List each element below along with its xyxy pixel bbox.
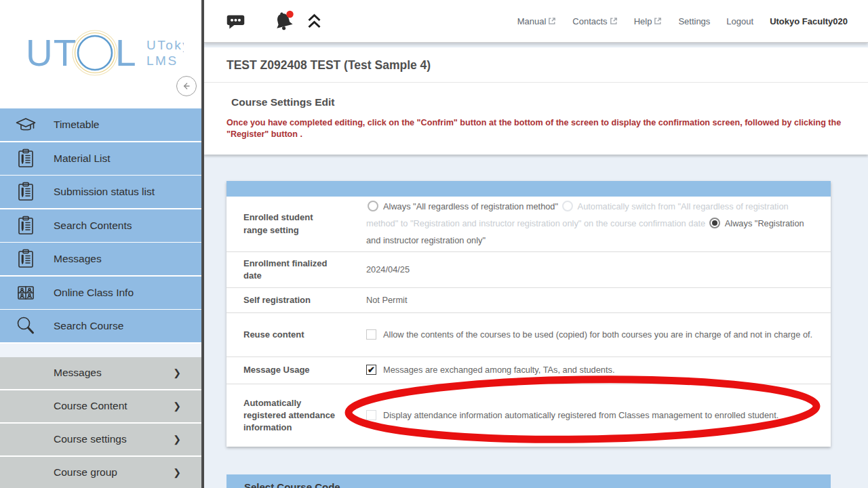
- sidebar-divider: [201, 0, 204, 488]
- course-title: TEST Z092408 TEST (Test Sample 4): [204, 47, 868, 83]
- row-label: Automatically registered attendance info…: [243, 397, 338, 434]
- svg-text:UT: UT: [26, 32, 77, 74]
- next-section-title: Select Course Code: [244, 481, 340, 488]
- row-content: Allow the contents of the courses to be …: [366, 328, 817, 342]
- username: Utokyo Faculty020: [770, 16, 848, 26]
- row-content: Always "All regardless of registration m…: [366, 199, 817, 249]
- settings-link[interactable]: Settings: [678, 16, 710, 26]
- sidebar-item-label: Messages: [54, 367, 102, 379]
- sidebar-item-label: Timetable: [54, 119, 99, 131]
- collapse-double-chevron-icon[interactable]: [306, 12, 323, 30]
- notification-bell-icon[interactable]: [272, 9, 296, 33]
- next-section-header: Select Course Code: [226, 474, 831, 488]
- clipboard-icon: [13, 147, 39, 170]
- sidebar-item-material-list[interactable]: Material List: [0, 142, 201, 175]
- row-value: 2024/04/25: [366, 263, 817, 277]
- clipboard-icon: [13, 180, 39, 203]
- sidebar-item-label: Online Class Info: [54, 287, 134, 299]
- sidebar-item-course-group[interactable]: Course group ❯: [0, 457, 201, 488]
- sidebar-item-label: Submission status list: [54, 186, 155, 198]
- logo-area: UT L UTokyo LMS: [0, 0, 201, 108]
- link-label: Settings: [678, 16, 710, 26]
- row-label: Message Usage: [243, 364, 338, 376]
- sidebar-item-submission-status-list[interactable]: Submission status list: [0, 176, 201, 208]
- checkbox-label: Messages are exchanged among faculty, TA…: [383, 365, 614, 375]
- settings-table-header: [226, 181, 831, 197]
- row-value: Not Permit: [366, 293, 817, 307]
- row-label: Enrollment finalized date: [243, 258, 338, 282]
- row-label: Self registration: [243, 294, 338, 306]
- sidebar-item-label: Search Course: [54, 320, 123, 332]
- external-link-icon: [654, 17, 662, 25]
- topbar: Manual Contacts Help Settings Logout Uto…: [204, 0, 868, 43]
- reuse-content-checkbox[interactable]: [366, 329, 376, 340]
- logo-subtitle-2: LMS: [146, 54, 178, 68]
- svg-text:L: L: [115, 32, 136, 74]
- sidebar-item-label: Messages: [54, 253, 102, 265]
- sidebar: UT L UTokyo LMS Timetable Material List: [0, 0, 201, 488]
- row-label: Reuse content: [243, 329, 338, 341]
- radio-option-label: Always "All regardless of registration m…: [383, 201, 558, 211]
- main-area: Manual Contacts Help Settings Logout Uto…: [204, 0, 868, 488]
- sidebar-collapse-button[interactable]: [176, 76, 197, 96]
- chevron-right-icon: ❯: [173, 467, 181, 478]
- row-self-registration: Self registration Not Permit: [226, 288, 831, 313]
- sidebar-item-search-contents[interactable]: Search Contents: [0, 209, 201, 242]
- sidebar-section-gap: [0, 344, 201, 357]
- logo-subtitle-1: UTokyo: [146, 38, 184, 52]
- link-label: Logout: [726, 16, 753, 26]
- sidebar-item-search-course[interactable]: Search Course: [0, 310, 201, 342]
- sidebar-item-label: Course group: [54, 466, 117, 479]
- sidebar-item-label: Search Contents: [54, 220, 132, 232]
- chevron-right-icon: ❯: [173, 434, 181, 445]
- radio-always-registration-selected[interactable]: [709, 218, 720, 228]
- attendance-checkbox[interactable]: [366, 410, 376, 420]
- section-title: Course Settings Edit: [226, 96, 846, 108]
- sidebar-item-timetable[interactable]: Timetable: [0, 108, 201, 141]
- sidebar-item-course-content[interactable]: Course Content ❯: [0, 390, 201, 422]
- sidebar-menu: Timetable Material List Submission statu…: [0, 108, 201, 488]
- row-auto-attendance: Automatically registered attendance info…: [226, 384, 831, 447]
- radio-always-all-regardless[interactable]: [368, 201, 378, 211]
- external-link-icon: [610, 17, 618, 25]
- link-label: Contacts: [572, 16, 607, 26]
- topbar-links: Manual Contacts Help Settings Logout Uto…: [517, 16, 848, 26]
- chevron-right-icon: ❯: [173, 401, 181, 411]
- message-usage-checkbox[interactable]: [366, 365, 376, 375]
- help-link[interactable]: Help: [634, 16, 663, 26]
- row-enrolled-student-range: Enrolled student range setting Always "A…: [226, 197, 831, 252]
- utol-logo: UT L UTokyo LMS: [24, 24, 184, 80]
- external-link-icon: [548, 17, 556, 25]
- clipboard-icon: [13, 214, 39, 237]
- warning-text: Once you have completed editing, click o…: [226, 117, 846, 140]
- arrow-left-icon: [181, 81, 192, 92]
- sidebar-item-label: Course Content: [54, 400, 127, 412]
- page-header-block: TEST Z092408 TEST (Test Sample 4) Course…: [204, 47, 868, 155]
- sidebar-item-label: Material List: [54, 152, 111, 165]
- sidebar-item-messages-group[interactable]: Messages ❯: [0, 357, 201, 389]
- row-reuse-content: Reuse content Allow the contents of the …: [226, 313, 831, 357]
- sidebar-item-course-settings[interactable]: Course settings ❯: [0, 424, 201, 455]
- chevron-right-icon: ❯: [173, 367, 181, 378]
- link-label: Help: [634, 16, 652, 26]
- row-enrollment-finalized-date: Enrollment finalized date 2024/04/25: [226, 252, 831, 288]
- sidebar-item-messages[interactable]: Messages: [0, 243, 201, 275]
- search-icon: [13, 314, 39, 338]
- checkbox-label: Display attendance information automatic…: [383, 410, 778, 420]
- notification-badge: [286, 11, 293, 18]
- people-grid-icon: [13, 281, 39, 304]
- settings-table: Enrolled student range setting Always "A…: [226, 181, 831, 447]
- checkbox-label: Allow the contents of the courses to be …: [383, 329, 812, 340]
- logout-link[interactable]: Logout: [726, 16, 753, 26]
- sidebar-item-label: Course settings: [54, 433, 127, 445]
- contacts-link[interactable]: Contacts: [572, 16, 617, 26]
- link-label: Manual: [517, 16, 547, 26]
- row-label: Enrolled student range setting: [243, 211, 338, 236]
- chat-icon[interactable]: [225, 11, 246, 32]
- row-content: Messages are exchanged among faculty, TA…: [366, 363, 817, 377]
- sidebar-item-online-class-info[interactable]: Online Class Info: [0, 277, 201, 309]
- row-message-usage: Message Usage Messages are exchanged amo…: [226, 357, 831, 384]
- manual-link[interactable]: Manual: [517, 16, 557, 26]
- row-content: Display attendance information automatic…: [366, 409, 817, 422]
- radio-automatic-switch-disabled: [562, 201, 573, 211]
